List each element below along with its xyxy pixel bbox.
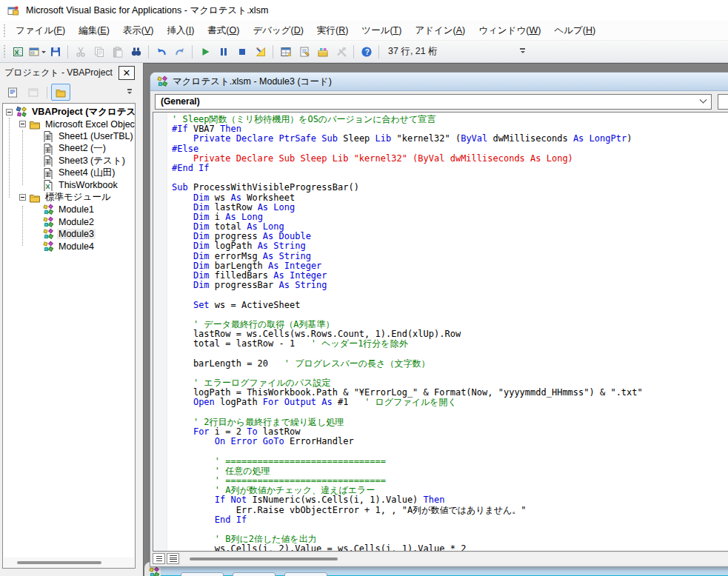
tree-item-sheet1-usertbl-[interactable]: Sheet1 (UserTBL) — [3, 130, 135, 143]
tree-item-vbaproject-xlsm-[interactable]: VBAProject (マクロテスト.xlsm) — [3, 106, 135, 118]
code-line: Open logPath For Output As #1 ' ログファイルを開… — [172, 398, 643, 407]
project-tree-hscrollbar-thumb[interactable] — [17, 561, 101, 564]
tree-item-sheet2-[interactable]: Sheet2 (一) — [3, 143, 135, 155]
app-titlebar: Microsoft Visual Basic for Applications … — [0, 0, 728, 21]
tree-item-thisworkbook[interactable]: XThisWorkbook — [3, 179, 135, 192]
menu-item-i[interactable]: 挿入(I) — [161, 21, 201, 40]
background-window-fragment — [181, 572, 224, 576]
object-dropdown[interactable]: (General) — [155, 94, 712, 110]
code-window: マクロテスト.xlsm - Module3 (コード) (General) ' … — [150, 72, 728, 567]
tree-collapse-box[interactable] — [6, 109, 13, 115]
toolbar-overflow-button[interactable] — [518, 44, 527, 59]
properties-window-icon — [298, 46, 310, 58]
view-object-button[interactable] — [24, 84, 43, 101]
view-microsoft-excel-button[interactable]: X — [9, 43, 27, 61]
module-icon — [42, 204, 54, 215]
procedure-dropdown[interactable] — [718, 94, 728, 110]
code-hscrollbar[interactable] — [181, 553, 728, 564]
cursor-position-status: 37 行, 21 桁 — [388, 45, 438, 58]
menu-item-o[interactable]: 書式(O) — [201, 21, 246, 40]
tree-item-microsoft-excel-objects[interactable]: Microsoft Excel Objects — [3, 118, 135, 131]
app-icon — [7, 4, 19, 16]
module-icon — [42, 228, 54, 240]
procedure-view-button[interactable] — [153, 553, 165, 564]
project-icon — [16, 106, 27, 118]
find-button[interactable] — [127, 43, 145, 61]
tree-item-sheet3-[interactable]: Sheet3 (テスト) — [3, 155, 135, 167]
tree-item-label: Sheet4 (山田) — [57, 167, 116, 179]
project-explorer-button[interactable] — [276, 43, 295, 61]
tree-item-module4[interactable]: Module4 — [3, 241, 135, 253]
code-line: On Error GoTo ErrorHandler — [172, 437, 643, 446]
view-code-button[interactable] — [3, 84, 22, 101]
tree-item-sheet4-[interactable]: Sheet4 (山田) — [3, 167, 135, 180]
design-mode-button[interactable] — [251, 43, 270, 61]
project-tree-hscrollbar[interactable] — [4, 557, 134, 568]
window-title: Microsoft Visual Basic for Applications … — [26, 4, 268, 17]
undo-button[interactable] — [152, 43, 170, 61]
insert-userform-button[interactable] — [27, 43, 46, 61]
tree-item-module1[interactable]: Module1 — [3, 204, 135, 216]
code-margin-indicator-bar[interactable] — [153, 113, 167, 551]
dropdown-caret-icon — [41, 51, 46, 56]
mdi-workspace: マクロテスト.xlsm - Module3 (コード) (General) ' … — [143, 63, 728, 576]
code-hscrollbar-thumb[interactable] — [190, 557, 338, 560]
sheet-icon — [42, 143, 54, 155]
help-button[interactable]: ? — [357, 43, 375, 61]
paste-icon — [112, 46, 124, 58]
tree-item-label: Module1 — [57, 204, 96, 215]
toolbar-separator — [148, 45, 149, 58]
code-line: ws.Cells(i, 2).Value = ws.Cells(i, 1).Va… — [172, 544, 643, 552]
tree-item-module3[interactable]: Module3 — [3, 228, 135, 241]
reset-icon — [236, 46, 248, 58]
project-panel-close-button[interactable]: ✕ — [118, 66, 135, 80]
menu-item-h[interactable]: ヘルプ(H) — [547, 21, 602, 40]
tree-item--[interactable]: 標準モジュール — [3, 192, 135, 204]
menu-item-v[interactable]: 表示(V) — [116, 21, 161, 40]
tree-collapse-box[interactable] — [19, 121, 26, 127]
code-window-titlebar[interactable]: マクロテスト.xlsm - Module3 (コード) — [150, 73, 728, 91]
code-line: End If — [172, 515, 643, 525]
toolbox-icon — [335, 46, 347, 58]
panel-splitter[interactable] — [138, 63, 143, 576]
menubar-grip-handle[interactable] — [3, 24, 6, 37]
sheet-icon — [42, 130, 54, 142]
object-browser-button[interactable] — [313, 43, 332, 61]
paste-button[interactable] — [108, 43, 127, 61]
project-panel-overflow-button[interactable] — [125, 86, 134, 99]
menu-item-e[interactable]: 編集(E) — [72, 21, 116, 40]
reset-button[interactable] — [233, 43, 251, 61]
save-button[interactable] — [46, 43, 64, 61]
toolbar-separator — [67, 45, 68, 58]
copy-button[interactable] — [90, 43, 108, 61]
menu-item-t[interactable]: ツール(T) — [355, 21, 408, 40]
view-microsoft-excel-icon: X — [13, 46, 24, 58]
tree-collapse-box[interactable] — [19, 194, 26, 201]
tree-item-label: ThisWorkbook — [57, 180, 119, 190]
menu-item-w[interactable]: ウィンドウ(W) — [472, 21, 547, 40]
toolbar-separator — [353, 45, 354, 58]
code-text: ' Sleep関数（ミリ秒待機用）をOSのバージョンに合わせて宣言#If VBA… — [172, 115, 643, 552]
menu-item-d[interactable]: デバッグ(D) — [246, 21, 310, 40]
project-panel-toolbar — [0, 81, 138, 103]
toggle-folders-button[interactable] — [51, 84, 70, 101]
code-editor[interactable]: ' Sleep関数（ミリ秒待機用）をOSのバージョンに合わせて宣言#If VBA… — [153, 112, 728, 552]
toolbar-separator — [192, 45, 193, 58]
menu-item-a[interactable]: アドイン(A) — [408, 21, 472, 40]
background-window-fragment — [233, 572, 275, 576]
cut-button[interactable] — [71, 43, 90, 61]
toolbox-button[interactable] — [332, 43, 350, 61]
properties-window-button[interactable] — [295, 43, 313, 61]
full-module-view-button[interactable] — [167, 553, 179, 564]
module-icon — [156, 76, 168, 87]
svg-text:X: X — [14, 49, 19, 56]
run-button[interactable] — [196, 43, 214, 61]
menu-item-f[interactable]: ファイル(F) — [9, 21, 72, 40]
tree-item-module2[interactable]: Module2 — [3, 216, 135, 229]
menu-item-r[interactable]: 実行(R) — [310, 21, 355, 40]
toolbar-grip-handle[interactable] — [3, 45, 6, 58]
break-icon — [218, 46, 230, 58]
tree-item-label: Microsoft Excel Objects — [44, 119, 136, 130]
redo-button[interactable] — [170, 43, 189, 61]
break-button[interactable] — [214, 43, 233, 61]
